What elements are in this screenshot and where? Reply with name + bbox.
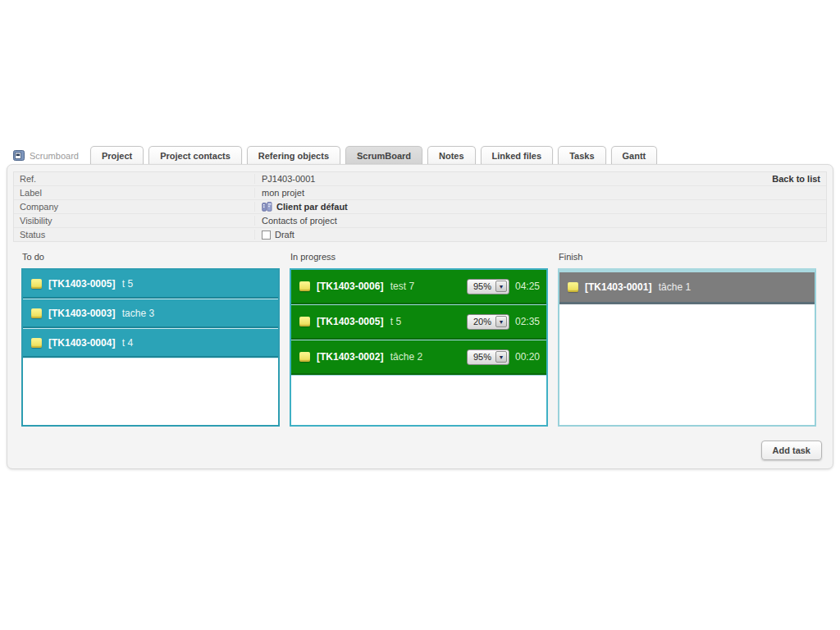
task-card[interactable]: [TK1403-0004] t 4 [23, 329, 278, 358]
progress-select[interactable]: 20% ▼ [467, 314, 509, 330]
task-ref: [TK1403-0003] [48, 308, 115, 319]
task-icon [31, 308, 42, 318]
task-icon [299, 281, 310, 291]
back-to-list-link[interactable]: Back to list [772, 174, 820, 184]
progress-value: 95% [473, 352, 491, 362]
time-spent: 00:20 [515, 351, 540, 363]
board-column-inprogress: In progress [TK1403-0006] test 7 95% ▼ 0… [290, 252, 548, 427]
tab-tasks[interactable]: Tasks [558, 146, 605, 164]
board-column-title: In progress [290, 252, 548, 262]
progress-select[interactable]: 95% ▼ [467, 349, 509, 365]
tab-scrumboard[interactable]: ScrumBoard [345, 146, 422, 164]
tab-project-contacts[interactable]: Project contacts [148, 146, 242, 164]
field-label-ref: Ref. [14, 174, 255, 184]
task-card[interactable]: [TK1403-0002] tâche 2 95% ▼ 00:20 [291, 340, 546, 375]
task-ref: [TK1403-0005] [48, 278, 115, 290]
board-column-finish: Finish [TK1403-0001] tâche 1 [558, 252, 816, 427]
finish-dropzone[interactable]: [TK1403-0001] tâche 1 [558, 268, 816, 427]
module-label: Scrumboard [8, 150, 90, 164]
field-value-status: Draft [275, 230, 294, 240]
task-card[interactable]: [TK1403-0001] tâche 1 [559, 272, 815, 304]
company-link[interactable]: Client par défaut [276, 202, 348, 212]
project-info-table: Ref. PJ1403-0001 Back to list Label mon … [13, 171, 827, 242]
time-spent: 04:25 [515, 281, 540, 292]
task-card[interactable]: [TK1403-0005] t 5 [23, 270, 278, 299]
draft-checkbox[interactable] [262, 231, 271, 240]
task-title: t 5 [387, 316, 401, 327]
task-card[interactable]: [TK1403-0005] t 5 20% ▼ 02:35 [291, 305, 546, 340]
module-label-text: Scrumboard [30, 151, 79, 161]
field-row-visibility: Visibility Contacts of project [14, 214, 826, 228]
task-title: t 5 [119, 278, 133, 290]
scrum-board: To do [TK1403-0005] t 5 [TK1403-0003] ta… [7, 242, 833, 427]
tab-refering-objects[interactable]: Refering objects [247, 146, 340, 164]
task-card[interactable]: [TK1403-0003] tache 3 [23, 299, 278, 328]
time-spent: 02:35 [515, 316, 540, 327]
task-title: tache 3 [119, 308, 154, 319]
progress-value: 20% [473, 317, 491, 326]
company-icon [262, 202, 272, 212]
task-ref: [TK1403-0005] [317, 316, 383, 327]
tab-gantt[interactable]: Gantt [611, 146, 658, 164]
field-label-label: Label [14, 188, 255, 198]
field-value-label: mon projet [262, 188, 304, 198]
board-column-title: Finish [559, 252, 816, 262]
field-label-status: Status [14, 230, 255, 240]
field-value-ref: PJ1403-0001 [262, 174, 315, 184]
field-label-company: Company [14, 202, 255, 212]
task-title: tâche 1 [655, 281, 691, 293]
tab-linked-files[interactable]: Linked files [481, 146, 554, 164]
task-icon [31, 279, 42, 289]
board-column-todo: To do [TK1403-0005] t 5 [TK1403-0003] ta… [21, 252, 280, 427]
tab-project[interactable]: Project [90, 146, 144, 164]
add-task-button[interactable]: Add task [761, 441, 822, 460]
field-row-status: Status Draft [14, 228, 826, 241]
task-ref: [TK1403-0002] [317, 351, 383, 363]
task-title: test 7 [387, 281, 414, 292]
progress-select[interactable]: 95% ▼ [467, 279, 509, 294]
todo-dropzone[interactable]: [TK1403-0005] t 5 [TK1403-0003] tache 3 … [21, 268, 280, 427]
tab-bar: Scrumboard Project Project contacts Refe… [8, 145, 662, 164]
dropdown-arrow-icon[interactable]: ▼ [495, 351, 507, 363]
task-icon [299, 352, 310, 362]
scrumboard-page: Scrumboard Project Project contacts Refe… [0, 0, 840, 630]
task-icon [299, 317, 310, 326]
field-row-company: Company Client par défaut [14, 200, 826, 214]
scrumboard-module-icon [13, 150, 25, 161]
field-value-visibility: Contacts of project [262, 216, 337, 226]
task-icon [568, 282, 578, 292]
dropdown-arrow-icon[interactable]: ▼ [495, 316, 507, 327]
tab-notes[interactable]: Notes [427, 146, 476, 164]
task-ref: [TK1403-0006] [317, 281, 383, 292]
task-icon [31, 338, 42, 348]
field-label-visibility: Visibility [14, 216, 255, 226]
task-ref: [TK1403-0001] [585, 281, 651, 293]
field-row-ref: Ref. PJ1403-0001 Back to list [14, 172, 826, 186]
board-column-title: To do [22, 252, 280, 262]
task-ref: [TK1403-0004] [48, 337, 115, 349]
progress-value: 95% [473, 281, 491, 291]
task-title: tâche 2 [387, 351, 422, 363]
project-panel: Ref. PJ1403-0001 Back to list Label mon … [7, 164, 833, 469]
task-title: t 4 [119, 337, 133, 349]
field-row-label: Label mon projet [14, 186, 826, 200]
task-card[interactable]: [TK1403-0006] test 7 95% ▼ 04:25 [291, 270, 546, 304]
inprogress-dropzone[interactable]: [TK1403-0006] test 7 95% ▼ 04:25 [TK14 [290, 268, 548, 427]
dropdown-arrow-icon[interactable]: ▼ [495, 281, 507, 292]
